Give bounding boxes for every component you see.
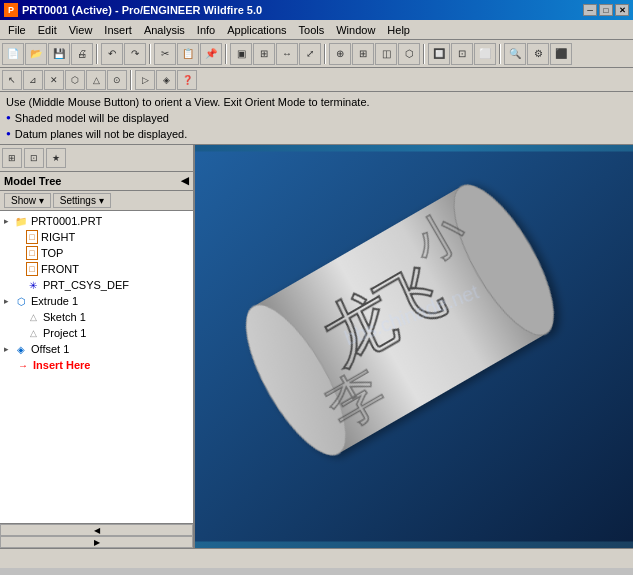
menu-item-tools[interactable]: Tools [293, 22, 331, 38]
tb-btn-20[interactable]: ⬜ [474, 43, 496, 65]
tb2-btn-8[interactable]: ◈ [156, 70, 176, 90]
menu-item-help[interactable]: Help [381, 22, 416, 38]
left-panel: ⊞ ⊡ ★ Model Tree ◀ Show ▾ Settings ▾ ▸ 📁… [0, 145, 195, 548]
sketch-icon: △ [26, 310, 40, 324]
tree-label-project: Project 1 [43, 327, 86, 339]
tb-btn-23[interactable]: ⬛ [550, 43, 572, 65]
minimize-button[interactable]: ─ [583, 4, 597, 16]
menu-item-info[interactable]: Info [191, 22, 221, 38]
tb2-btn-4[interactable]: ⬡ [65, 70, 85, 90]
tb-btn-7[interactable]: ✂ [154, 43, 176, 65]
tb-btn-22[interactable]: ⚙ [527, 43, 549, 65]
plane-icon-right: □ [26, 230, 38, 244]
tb-btn-19[interactable]: ⊡ [451, 43, 473, 65]
tb2-btn-6[interactable]: ⊙ [107, 70, 127, 90]
tree-label-csys: PRT_CSYS_DEF [43, 279, 129, 291]
menu-item-file[interactable]: File [2, 22, 32, 38]
tb2-btn-9[interactable]: ❓ [177, 70, 197, 90]
left-panel-icon-bar: ⊞ ⊡ ★ [0, 145, 193, 172]
tb2-btn-3[interactable]: ✕ [44, 70, 64, 90]
model-tree-content[interactable]: ▸ 📁 PRT0001.PRT ▸ □ RIGHT ▸ □ TOP [0, 211, 193, 523]
offset-icon: ◈ [14, 342, 28, 356]
close-button[interactable]: ✕ [615, 4, 629, 16]
new-button[interactable]: 📄 [2, 43, 24, 65]
title-text: PRT0001 (Active) - Pro/ENGINEER Wildfire… [22, 4, 583, 16]
tb-btn-18[interactable]: 🔲 [428, 43, 450, 65]
viewport[interactable]: 龙 飞 李 小 bbs.chinade.net [195, 145, 633, 548]
toolbar-row-2: ↖ ⊿ ✕ ⬡ △ ⊙ ▷ ◈ ❓ [0, 68, 633, 92]
menu-item-window[interactable]: Window [330, 22, 381, 38]
tb-btn-16[interactable]: ◫ [375, 43, 397, 65]
bullet-1: ● [6, 110, 11, 126]
settings-button[interactable]: Settings ▾ [53, 193, 111, 208]
tree-label-extrude: Extrude 1 [31, 295, 78, 307]
tree-item-offset[interactable]: ▸ ◈ Offset 1 [0, 341, 193, 357]
sep2 [149, 44, 151, 64]
tb-btn-21[interactable]: 🔍 [504, 43, 526, 65]
menu-item-analysis[interactable]: Analysis [138, 22, 191, 38]
tb-btn-6[interactable]: ↷ [124, 43, 146, 65]
tb-btn-5[interactable]: ↶ [101, 43, 123, 65]
scroll-left[interactable]: ◀ [0, 524, 193, 536]
sep1 [96, 44, 98, 64]
menu-item-insert[interactable]: Insert [98, 22, 138, 38]
tree-label-insert: Insert Here [33, 359, 90, 371]
menu-item-applications[interactable]: Applications [221, 22, 292, 38]
model-tree-collapse[interactable]: ◀ [181, 175, 189, 186]
tree-item-root[interactable]: ▸ 📁 PRT0001.PRT [0, 213, 193, 229]
tb-btn-9[interactable]: 📌 [200, 43, 222, 65]
print-button[interactable]: 🖨 [71, 43, 93, 65]
tree-item-right[interactable]: ▸ □ RIGHT [0, 229, 193, 245]
title-bar: P PRT0001 (Active) - Pro/ENGINEER Wildfi… [0, 0, 633, 20]
tb2-btn-7[interactable]: ▷ [135, 70, 155, 90]
tb-btn-14[interactable]: ⊕ [329, 43, 351, 65]
plane-icon-top: □ [26, 246, 38, 260]
model-tree-header: Model Tree ◀ [0, 172, 193, 191]
tree-item-project[interactable]: △ Project 1 [0, 325, 193, 341]
tb2-btn-5[interactable]: △ [86, 70, 106, 90]
tree-item-front[interactable]: ▸ □ FRONT [0, 261, 193, 277]
save-button[interactable]: 💾 [48, 43, 70, 65]
tree-item-insert[interactable]: → Insert Here [0, 357, 193, 373]
tree-item-csys[interactable]: ▸ ✳ PRT_CSYS_DEF [0, 277, 193, 293]
tree-label-sketch: Sketch 1 [43, 311, 86, 323]
maximize-button[interactable]: □ [599, 4, 613, 16]
lp-icon-1[interactable]: ⊞ [2, 148, 22, 168]
lp-icon-3[interactable]: ★ [46, 148, 66, 168]
tb-btn-15[interactable]: ⊞ [352, 43, 374, 65]
tree-label-right: RIGHT [41, 231, 75, 243]
expand-root: ▸ [4, 216, 14, 226]
tb2-btn-1[interactable]: ↖ [2, 70, 22, 90]
tb-btn-12[interactable]: ↔ [276, 43, 298, 65]
info-text-1: Use (Middle Mouse Button) to orient a Vi… [6, 94, 370, 110]
tb2-btn-2[interactable]: ⊿ [23, 70, 43, 90]
info-text-3: Datum planes will not be displayed. [15, 126, 187, 142]
sep5 [423, 44, 425, 64]
left-panel-scroll: ◀ ▶ [0, 523, 193, 548]
folder-icon: 📁 [14, 214, 28, 228]
tb-btn-11[interactable]: ⊞ [253, 43, 275, 65]
tb-btn-13[interactable]: ⤢ [299, 43, 321, 65]
show-button[interactable]: Show ▾ [4, 193, 51, 208]
lp-icon-2[interactable]: ⊡ [24, 148, 44, 168]
tree-label-root: PRT0001.PRT [31, 215, 102, 227]
info-area: Use (Middle Mouse Button) to orient a Vi… [0, 92, 633, 145]
main-area: ⊞ ⊡ ★ Model Tree ◀ Show ▾ Settings ▾ ▸ 📁… [0, 145, 633, 548]
info-line-1: Use (Middle Mouse Button) to orient a Vi… [6, 94, 627, 110]
model-tree-label: Model Tree [4, 175, 61, 187]
project-icon: △ [26, 326, 40, 340]
bullet-2: ● [6, 126, 11, 142]
info-text-2: Shaded model will be displayed [15, 110, 169, 126]
tree-item-top[interactable]: ▸ □ TOP [0, 245, 193, 261]
tb-btn-17[interactable]: ⬡ [398, 43, 420, 65]
tb-btn-8[interactable]: 📋 [177, 43, 199, 65]
tree-label-front: FRONT [41, 263, 79, 275]
scroll-right[interactable]: ▶ [0, 536, 193, 548]
menu-item-view[interactable]: View [63, 22, 99, 38]
toolbar-row-1: 📄 📂 💾 🖨 ↶ ↷ ✂ 📋 📌 ▣ ⊞ ↔ ⤢ ⊕ ⊞ ◫ ⬡ 🔲 ⊡ ⬜ … [0, 40, 633, 68]
open-button[interactable]: 📂 [25, 43, 47, 65]
tb-btn-10[interactable]: ▣ [230, 43, 252, 65]
menu-item-edit[interactable]: Edit [32, 22, 63, 38]
tree-item-extrude[interactable]: ▸ ⬡ Extrude 1 [0, 293, 193, 309]
tree-item-sketch[interactable]: △ Sketch 1 [0, 309, 193, 325]
